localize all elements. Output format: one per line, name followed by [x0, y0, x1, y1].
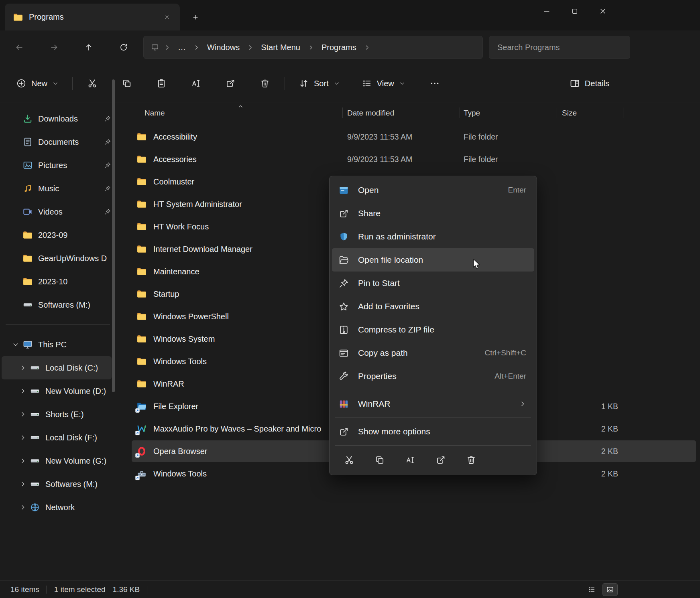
thumbnail-view-button[interactable] [603, 584, 617, 596]
context-menu-item-share[interactable]: Share [332, 202, 534, 225]
chevron-down-icon[interactable] [10, 339, 21, 350]
context-menu-item-compress-to-zip[interactable]: Compress to ZIP file [332, 318, 534, 341]
drive-icon [30, 409, 41, 420]
maximize-button[interactable] [561, 0, 589, 22]
more-options-button[interactable] [422, 71, 447, 96]
sidebar-item-music[interactable]: Music [2, 177, 112, 200]
breadcrumb-ellipsis[interactable]: … [173, 41, 191, 55]
column-header-size[interactable]: Size [562, 109, 577, 118]
sort-button[interactable]: Sort [292, 71, 346, 96]
pin-icon [104, 115, 112, 123]
chevron-right-icon[interactable] [18, 502, 28, 513]
sidebar-item-downloads[interactable]: Downloads [2, 107, 112, 130]
forward-button[interactable] [43, 36, 65, 59]
context-menu-item-open[interactable]: Open Enter [332, 178, 534, 202]
chevron-right-icon[interactable] [18, 409, 28, 420]
sidebar-item-label: GearUpWindows D [38, 254, 112, 263]
sidebar-item-2023-10[interactable]: 2023-10 [2, 270, 112, 293]
context-menu-item-run-as-administrator[interactable]: Run as administrator [332, 225, 534, 248]
sidebar-item-local-disk-c[interactable]: Local Disk (C:) [2, 356, 112, 379]
delete-button[interactable] [252, 71, 277, 96]
share-button[interactable] [218, 71, 243, 96]
breadcrumb-windows[interactable]: Windows [202, 41, 244, 55]
pin-icon [104, 162, 112, 169]
sidebar-item-softwares-m-drive[interactable]: Softwares (M:) [2, 472, 112, 496]
file-name: Windows System [153, 334, 215, 344]
close-button[interactable] [589, 0, 617, 22]
sidebar-item-label: New Volume (D:) [45, 387, 112, 396]
sidebar-item-documents[interactable]: Documents [2, 130, 112, 154]
search-input[interactable] [497, 43, 622, 52]
new-tab-button[interactable] [187, 9, 204, 26]
copy-button[interactable] [114, 71, 139, 96]
paste-button[interactable] [149, 71, 174, 96]
column-divider[interactable] [460, 107, 460, 118]
file-name: WinRAR [153, 379, 184, 389]
view-button[interactable]: View [355, 71, 412, 96]
file-type: File folder [464, 155, 498, 164]
sidebar-item-local-disk-f[interactable]: Local Disk (F:) [2, 426, 112, 449]
opera-icon [136, 446, 147, 456]
sidebar-item-gearupwindows[interactable]: GearUpWindows D [2, 247, 112, 270]
rename-button[interactable] [183, 71, 208, 96]
chevron-right-icon[interactable] [18, 363, 28, 373]
file-row[interactable]: Accessibility 9/9/2023 11:53 AM File fol… [120, 126, 700, 148]
cut-button[interactable] [80, 71, 105, 96]
context-menu-item-winrar[interactable]: WinRAR [332, 392, 534, 416]
column-header-date-modified[interactable]: Date modified [347, 109, 394, 118]
column-divider[interactable] [556, 107, 556, 118]
sidebar-item-new-volume-g[interactable]: New Volume (G:) [2, 449, 112, 472]
drive-icon [30, 386, 41, 397]
sidebar-item-label: Local Disk (F:) [45, 433, 112, 442]
column-header-type[interactable]: Type [464, 109, 480, 118]
search-box[interactable] [489, 36, 630, 59]
column-header-name[interactable]: Name [144, 109, 165, 118]
context-menu-item-pin-to-start[interactable]: Pin to Start [332, 272, 534, 295]
sidebar-item-pictures[interactable]: Pictures [2, 154, 112, 177]
sidebar-item-new-volume-d[interactable]: New Volume (D:) [2, 379, 112, 403]
sidebar-scrollbar[interactable] [112, 79, 115, 392]
sidebar-item-label: Documents [38, 138, 101, 147]
sidebar-item-videos[interactable]: Videos [2, 200, 112, 223]
up-button[interactable] [77, 36, 100, 59]
chevron-right-icon[interactable] [18, 432, 28, 443]
chevron-right-icon[interactable] [18, 386, 28, 396]
tab-close-button[interactable] [160, 10, 174, 24]
chevron-right-icon[interactable] [18, 456, 28, 466]
address-bar[interactable]: … Windows Start Menu Programs [143, 36, 483, 59]
context-menu-item-copy-as-path[interactable]: Copy as path Ctrl+Shift+C [332, 341, 534, 365]
sidebar-item-label: Local Disk (C:) [45, 363, 112, 373]
share-button[interactable] [435, 454, 447, 466]
new-button[interactable]: New [10, 71, 65, 96]
context-menu-item-properties[interactable]: Properties Alt+Enter [332, 365, 534, 388]
context-menu-item-open-file-location[interactable]: Open file location [332, 248, 534, 272]
chevron-right-icon[interactable] [18, 479, 28, 489]
delete-button[interactable] [465, 454, 477, 466]
sidebar-item-shorts-e[interactable]: Shorts (E:) [2, 403, 112, 426]
copy-icon [122, 78, 132, 89]
rename-button[interactable] [404, 454, 416, 466]
sidebar-item-network[interactable]: Network [2, 496, 112, 519]
minimize-button[interactable] [533, 0, 561, 22]
back-button[interactable] [8, 36, 31, 59]
copy-button[interactable] [374, 454, 386, 466]
cut-icon [87, 78, 98, 89]
menu-item-label: Copy as path [358, 348, 476, 358]
column-divider[interactable] [342, 107, 343, 118]
context-menu-item-show-more-options[interactable]: Show more options [332, 420, 534, 443]
details-button[interactable]: Details [563, 71, 616, 96]
details-view-button[interactable] [584, 584, 599, 596]
refresh-button[interactable] [112, 36, 135, 59]
column-divider[interactable] [623, 107, 623, 118]
sidebar-item-label: New Volume (G:) [45, 456, 112, 466]
breadcrumb-programs[interactable]: Programs [317, 41, 361, 55]
context-menu-item-add-to-favorites[interactable]: Add to Favorites [332, 295, 534, 318]
sidebar-item-softwares-m[interactable]: Softwares (M:) [2, 293, 112, 316]
cut-button[interactable] [343, 454, 355, 466]
sidebar-item-2023-09[interactable]: 2023-09 [2, 223, 112, 247]
breadcrumb-start-menu[interactable]: Start Menu [256, 41, 305, 55]
sidebar-item-this-pc[interactable]: This PC [2, 333, 112, 356]
file-row[interactable]: Accessories 9/9/2023 11:53 AM File folde… [120, 148, 700, 170]
explorer-tab[interactable]: Programs [5, 4, 180, 30]
file-name: Windows Tools [153, 469, 207, 478]
